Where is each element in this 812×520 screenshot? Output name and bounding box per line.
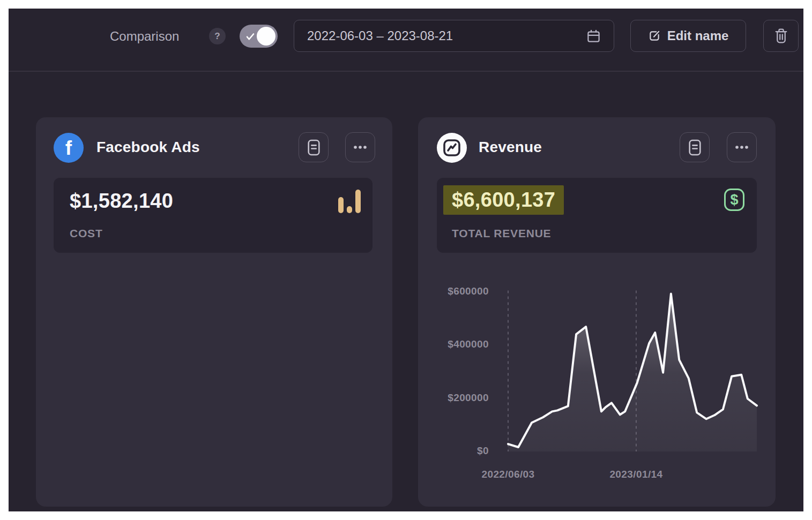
more-options-button[interactable] [727, 132, 757, 162]
calendar-icon [586, 29, 601, 43]
x-tick-label: 2022/06/03 [481, 469, 534, 480]
y-tick-label: $200000 [448, 392, 489, 403]
facebook-f-glyph: f [65, 137, 72, 160]
revenue-value: $6,600,137 [443, 185, 564, 215]
bar-chart-icon [338, 189, 362, 213]
card-title-facebook-ads: Facebook Ads [96, 139, 200, 156]
facebook-icon: f [54, 133, 84, 163]
notes-button[interactable] [680, 132, 710, 162]
revenue-metric-icon [437, 133, 467, 163]
x-tick-label: 2023/01/14 [609, 469, 662, 480]
cost-value: $1,582,140 [70, 190, 173, 213]
help-icon[interactable]: ? [209, 28, 226, 44]
edit-name-label: Edit name [667, 28, 729, 43]
more-options-button[interactable] [345, 132, 375, 162]
check-icon [245, 32, 255, 41]
ellipsis-icon [734, 145, 750, 149]
y-tick-label: $600000 [448, 285, 489, 297]
document-icon [688, 139, 702, 156]
cost-metric-tile: $1,582,140 COST [54, 178, 373, 253]
date-range-input[interactable]: 2022-06-03 – 2023-08-21 [294, 20, 614, 52]
notes-button[interactable] [299, 132, 329, 162]
x-axis-labels: 2022/06/032023/01/14 [481, 469, 662, 480]
y-axis-labels: $0$200000$400000$600000 [448, 285, 489, 457]
edit-name-button[interactable]: Edit name [630, 20, 746, 52]
dollar-glyph: $ [730, 192, 738, 208]
revenue-area-fill [508, 294, 757, 452]
delete-button[interactable] [763, 20, 799, 52]
trash-icon [774, 28, 788, 44]
cost-label: COST [70, 227, 103, 240]
card-title-revenue: Revenue [479, 139, 542, 156]
y-tick-label: $0 [477, 445, 489, 456]
revenue-metric-tile: $6,600,137 TOTAL REVENUE $ [437, 178, 757, 253]
toggle-knob [257, 27, 275, 46]
y-tick-label: $400000 [448, 338, 489, 350]
revenue-card: Revenue $6,600 [418, 117, 776, 507]
trend-icon [437, 133, 467, 163]
ellipsis-icon [352, 145, 368, 149]
comparison-label: Comparison [110, 29, 179, 44]
dollar-icon: $ [724, 188, 745, 212]
topbar-divider [9, 71, 803, 72]
edit-icon [648, 29, 661, 42]
date-range-value: 2022-06-03 – 2023-08-21 [307, 28, 453, 43]
comparison-toggle[interactable] [240, 25, 278, 48]
document-icon [307, 139, 321, 156]
page: Comparison ? 2022-06-03 – 2023-08-21 [0, 0, 812, 520]
app-surface: Comparison ? 2022-06-03 – 2023-08-21 [9, 9, 803, 511]
revenue-chart: $0$200000$400000$600000 2022/06/032023/0… [434, 278, 772, 485]
revenue-value-highlight: $6,600,137 [443, 185, 564, 215]
facebook-ads-card: f Facebook Ads [36, 117, 392, 507]
total-revenue-label: TOTAL REVENUE [452, 227, 551, 240]
